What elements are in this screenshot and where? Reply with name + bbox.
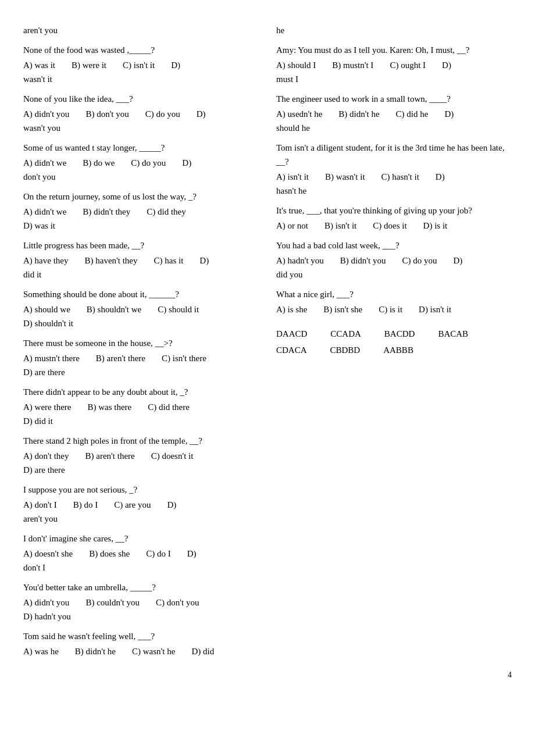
q5-opt-b: B) haven't they: [84, 254, 137, 268]
q12-opt-a: A) didn't you: [23, 595, 69, 609]
q11-opt-d-label: D): [187, 547, 197, 561]
rq4-opt-a: A) or not: [276, 219, 308, 233]
q11-opt-b: B) does she: [89, 547, 130, 561]
q13-opt-d: D) did: [191, 644, 214, 658]
rq3-text: Tom isn't a diligent student, for it is …: [276, 141, 512, 169]
answers-row-1: DAACD CCADA BACDD BACAB: [276, 327, 512, 341]
rq3-opt-c: C) hasn't it: [381, 170, 419, 184]
q10-opt-a: A) don't I: [23, 498, 57, 512]
q2-opt-d: wasn't you: [23, 121, 259, 135]
rq3-opt-d-label: D): [436, 170, 445, 184]
rq2-opt-a: A) usedn't he: [276, 107, 322, 121]
q5-opt-d: did it: [23, 268, 259, 281]
rq4-options: A) or not B) isn't it C) does it D) is i…: [276, 219, 512, 233]
q3-opt-b: B) do we: [83, 156, 115, 170]
q6-opt-d: D) shouldn't it: [23, 316, 259, 330]
q6-text: Something should be done about it, _____…: [23, 287, 259, 301]
q4-opt-a: A) didn't we: [23, 205, 66, 219]
q8-text: There didn't appear to be any doubt abou…: [23, 385, 259, 399]
rq2-opt-d-label: D): [444, 107, 454, 121]
q9-opt-c: C) doesn't it: [151, 449, 194, 463]
q8-opt-c: C) did there: [148, 400, 190, 414]
q10-opt-b: B) do I: [73, 498, 98, 512]
q10-opt-c: C) are you: [114, 498, 151, 512]
q8-opt-b: B) was there: [87, 400, 131, 414]
q1-opt-d-label: D): [171, 58, 180, 72]
q4-opt-c: C) did they: [147, 205, 186, 219]
rq2-opt-d: should he: [276, 121, 512, 135]
q13-options: A) was he B) didn't he C) wasn't he D) d…: [23, 644, 259, 658]
q2-opt-c: C) do you: [145, 107, 180, 121]
q1-options: A) was it B) were it C) isn't it D): [23, 58, 259, 72]
q9-opt-d: D) are there: [23, 463, 259, 477]
rq1-opt-d-label: D): [442, 58, 451, 72]
q1-opt-d: wasn't it: [23, 72, 259, 86]
q4-options: A) didn't we B) didn't they C) did they: [23, 205, 259, 219]
q7-opt-a: A) mustn't there: [23, 351, 80, 365]
q2-opt-a: A) didn't you: [23, 107, 69, 121]
rq1-opt-d: must I: [276, 72, 512, 86]
question-q9: There stand 2 high poles in front of the…: [23, 434, 259, 477]
q11-text: I don't' imagine she cares, __?: [23, 532, 259, 545]
rq2-options: A) usedn't he B) didn't he C) did he D): [276, 107, 512, 121]
question-q3: Some of us wanted t stay longer, _____? …: [23, 141, 259, 184]
q4-opt-b: B) didn't they: [83, 205, 130, 219]
rq6-opt-c: C) is it: [379, 302, 402, 316]
question-q10: I suppose you are not serious, _? A) don…: [23, 483, 259, 526]
answers-row-2: CDACA CBDBD AABBB: [276, 343, 512, 357]
q4-text: On the return journey, some of us lost t…: [23, 190, 259, 204]
answer-5: CDACA: [276, 343, 307, 357]
answer-4: BACAB: [438, 327, 468, 341]
q10-opt-d-label: D): [167, 498, 177, 512]
left-column: aren't you None of the food was wasted ,…: [23, 23, 259, 664]
page-number: 4: [508, 669, 512, 682]
q8-opt-d: D) did it: [23, 414, 259, 428]
q6-options: A) should we B) shouldn't we C) should i…: [23, 302, 259, 316]
q3-opt-a: A) didn't we: [23, 156, 66, 170]
rq2-text: The engineer used to work in a small tow…: [276, 92, 512, 106]
two-column-layout: aren't you None of the food was wasted ,…: [23, 23, 512, 664]
rq5-opt-b: B) didn't you: [340, 254, 386, 268]
q9-options: A) don't they B) aren't there C) doesn't…: [23, 449, 259, 463]
answers-block: DAACD CCADA BACDD BACAB CDACA CBDBD AABB…: [276, 327, 512, 357]
q12-opt-d: D) hadn't you: [23, 609, 259, 623]
q7-opt-c: C) isn't there: [162, 351, 206, 365]
rq1-opt-a: A) should I: [276, 58, 316, 72]
q10-options: A) don't I B) do I C) are you D): [23, 498, 259, 512]
q8-options: A) were there B) was there C) did there: [23, 400, 259, 414]
rq2-opt-b: B) didn't he: [338, 107, 379, 121]
q5-opt-d-label: D): [199, 254, 209, 268]
q3-options: A) didn't we B) do we C) do you D): [23, 156, 259, 170]
q1-opt-b: B) were it: [72, 58, 106, 72]
answer-2: CCADA: [330, 327, 361, 341]
question-rq3: Tom isn't a diligent student, for it is …: [276, 141, 512, 198]
rq6-options: A) is she B) isn't she C) is it D) isn't…: [276, 302, 512, 316]
rq6-opt-a: A) is she: [276, 302, 307, 316]
rq5-opt-d: did you: [276, 268, 512, 281]
q12-text: You'd better take an umbrella, _____?: [23, 580, 259, 594]
q12-options: A) didn't you B) couldn't you C) don't y…: [23, 595, 259, 609]
rq6-opt-b: B) isn't she: [323, 302, 362, 316]
q5-options: A) have they B) haven't they C) has it D…: [23, 254, 259, 268]
rq1-opt-c: C) ought I: [390, 58, 426, 72]
q13-opt-c: C) wasn't he: [132, 644, 175, 658]
answer-3: BACDD: [384, 327, 415, 341]
rq5-opt-d-label: D): [453, 254, 462, 268]
q3-text: Some of us wanted t stay longer, _____?: [23, 141, 259, 155]
q7-opt-b: B) aren't there: [96, 351, 145, 365]
q13-opt-b: B) didn't he: [75, 644, 116, 658]
q2-options: A) didn't you B) don't you C) do you D): [23, 107, 259, 121]
answer-7: AABBB: [383, 343, 413, 357]
q2-text: None of you like the idea, ___?: [23, 92, 259, 106]
question-rq6: What a nice girl, ___? A) is she B) isn'…: [276, 287, 512, 316]
q2-opt-d-label: D): [197, 107, 206, 121]
q8-opt-a: A) were there: [23, 400, 71, 414]
q6-opt-b: B) shouldn't we: [87, 302, 141, 316]
rq4-text: It's true, ___, that you're thinking of …: [276, 204, 512, 217]
question-q6: Something should be done about it, _____…: [23, 287, 259, 330]
question-q5: Little progress has been made, __? A) ha…: [23, 238, 259, 281]
rq1-options: A) should I B) mustn't I C) ought I D): [276, 58, 512, 72]
q12-opt-c: C) don't you: [156, 595, 199, 609]
right-column: he Amy: You must do as I tell you. Karen…: [276, 23, 512, 664]
q6-opt-a: A) should we: [23, 302, 70, 316]
